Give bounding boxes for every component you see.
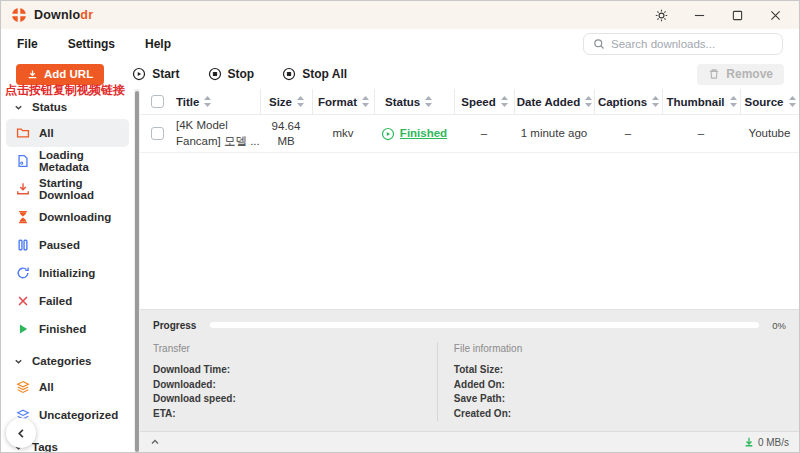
chevron-down-icon bbox=[14, 357, 23, 366]
sort-icon bbox=[501, 96, 508, 107]
progress-label: Progress bbox=[153, 320, 196, 331]
save-path-label: Save Path: bbox=[454, 392, 786, 407]
sort-icon bbox=[585, 96, 592, 107]
menu-help[interactable]: Help bbox=[145, 37, 171, 51]
downlodr-window: Downlodr File Settings Help bbox=[0, 0, 800, 453]
sidebar-item-initializing[interactable]: Initializing bbox=[6, 259, 129, 287]
row-size: 94.64 MB bbox=[260, 119, 312, 149]
column-date-added[interactable]: Date Added bbox=[514, 89, 594, 114]
progress-percent: 0% bbox=[772, 320, 786, 331]
table-empty-area bbox=[140, 153, 799, 309]
table-header: Title Size Format Status Speed bbox=[140, 89, 799, 115]
row-thumbnail: – bbox=[662, 126, 740, 141]
start-button[interactable]: Start bbox=[132, 67, 179, 81]
stop-button[interactable]: Stop bbox=[208, 67, 255, 81]
sidebar-section-categories[interactable]: Categories bbox=[1, 349, 134, 373]
select-all-checkbox[interactable] bbox=[140, 89, 174, 114]
menubar: File Settings Help bbox=[1, 29, 799, 59]
sidebar-item-loading-metadata[interactable]: Loading Metadata bbox=[6, 147, 129, 175]
sidebar-item-downloading[interactable]: Downloading bbox=[6, 203, 129, 231]
column-title[interactable]: Title bbox=[174, 89, 260, 114]
trash-icon bbox=[708, 68, 720, 80]
status-finished-link[interactable]: Finished bbox=[400, 126, 447, 141]
search-icon bbox=[593, 38, 605, 50]
play-icon bbox=[16, 322, 30, 336]
row-checkbox[interactable] bbox=[140, 127, 174, 140]
sidebar-item-finished[interactable]: Finished bbox=[6, 315, 129, 343]
sidebar-item-failed[interactable]: Failed bbox=[6, 287, 129, 315]
download-icon bbox=[16, 182, 30, 196]
app-title: Downlodr bbox=[34, 8, 93, 22]
sort-icon bbox=[652, 96, 659, 107]
table-row[interactable]: [4K ModelFancam] 모델 ... 94.64 MB mkv Fin… bbox=[140, 115, 799, 153]
status-bar: 0 MB/s bbox=[140, 431, 799, 452]
theme-toggle-icon[interactable] bbox=[653, 7, 669, 23]
collapse-sidebar-button[interactable] bbox=[6, 418, 36, 448]
folder-icon bbox=[16, 126, 30, 140]
eta-label: ETA: bbox=[153, 407, 437, 422]
sort-icon bbox=[297, 96, 304, 107]
collapse-panel-chevron-up-icon[interactable] bbox=[150, 437, 160, 447]
download-time-label: Download Time: bbox=[153, 363, 437, 378]
details-panel: Progress 0% Transfer Download Time: Down… bbox=[140, 309, 799, 431]
remove-button[interactable]: Remove bbox=[697, 64, 784, 85]
sidebar-item-paused[interactable]: Paused bbox=[6, 231, 129, 259]
pause-icon bbox=[16, 238, 30, 252]
sidebar: Status All Loading Metadata Starting Dow… bbox=[1, 89, 134, 452]
sort-icon bbox=[730, 96, 737, 107]
titlebar: Downlodr bbox=[1, 1, 799, 29]
row-date-added: 1 minute ago bbox=[514, 126, 594, 141]
transfer-section: Transfer Download Time: Downloaded: Down… bbox=[153, 342, 438, 421]
maximize-icon[interactable] bbox=[729, 7, 745, 23]
play-circle-icon bbox=[132, 67, 146, 81]
layers-icon bbox=[16, 380, 30, 394]
row-speed: – bbox=[454, 126, 514, 141]
sort-icon bbox=[204, 96, 211, 107]
transfer-title: Transfer bbox=[153, 343, 437, 354]
progress-bar bbox=[210, 322, 759, 328]
column-status[interactable]: Status bbox=[374, 89, 454, 114]
sidebar-scrollbar[interactable] bbox=[134, 89, 140, 452]
close-icon[interactable] bbox=[767, 7, 783, 23]
sort-icon bbox=[425, 96, 432, 107]
download-speed-value: 0 MB/s bbox=[758, 437, 789, 448]
column-source[interactable]: Source bbox=[740, 89, 799, 114]
column-captions[interactable]: Captions bbox=[594, 89, 662, 114]
stop-circle-icon bbox=[282, 67, 296, 81]
file-information-title: File information bbox=[454, 343, 786, 354]
search-box[interactable] bbox=[583, 33, 783, 55]
stop-all-button[interactable]: Stop All bbox=[282, 67, 347, 81]
created-on-label: Created On: bbox=[454, 407, 786, 422]
search-input[interactable] bbox=[611, 38, 773, 50]
row-status: Finished bbox=[374, 126, 454, 141]
stop-circle-icon bbox=[208, 67, 222, 81]
finished-play-circle-icon bbox=[381, 127, 395, 141]
total-size-label: Total Size: bbox=[454, 363, 786, 378]
refresh-icon bbox=[16, 266, 30, 280]
file-information-section: File information Total Size: Added On: S… bbox=[438, 342, 786, 421]
menu-file[interactable]: File bbox=[17, 37, 38, 51]
x-icon bbox=[16, 294, 30, 308]
chevron-left-icon bbox=[16, 428, 27, 439]
sidebar-item-categories-all[interactable]: All bbox=[6, 373, 129, 401]
row-source: Youtube bbox=[740, 126, 799, 141]
column-format[interactable]: Format bbox=[312, 89, 374, 114]
sort-icon bbox=[362, 96, 369, 107]
downloaded-label: Downloaded: bbox=[153, 378, 437, 393]
menu-settings[interactable]: Settings bbox=[68, 37, 115, 51]
added-on-label: Added On: bbox=[454, 378, 786, 393]
download-speed-label: Download speed: bbox=[153, 392, 437, 407]
column-thumbnail[interactable]: Thumbnail bbox=[662, 89, 740, 114]
minimize-icon[interactable] bbox=[691, 7, 707, 23]
scrollbar-thumb[interactable] bbox=[135, 91, 139, 452]
sidebar-item-starting-download[interactable]: Starting Download bbox=[6, 175, 129, 203]
sidebar-item-status-all[interactable]: All bbox=[6, 119, 129, 147]
column-size[interactable]: Size bbox=[260, 89, 312, 114]
row-format: mkv bbox=[312, 126, 374, 141]
download-speed-icon bbox=[744, 437, 754, 447]
row-captions: – bbox=[594, 126, 662, 141]
app-logo-icon bbox=[11, 7, 27, 23]
hourglass-icon bbox=[16, 210, 30, 224]
column-speed[interactable]: Speed bbox=[454, 89, 514, 114]
file-icon bbox=[16, 154, 30, 168]
